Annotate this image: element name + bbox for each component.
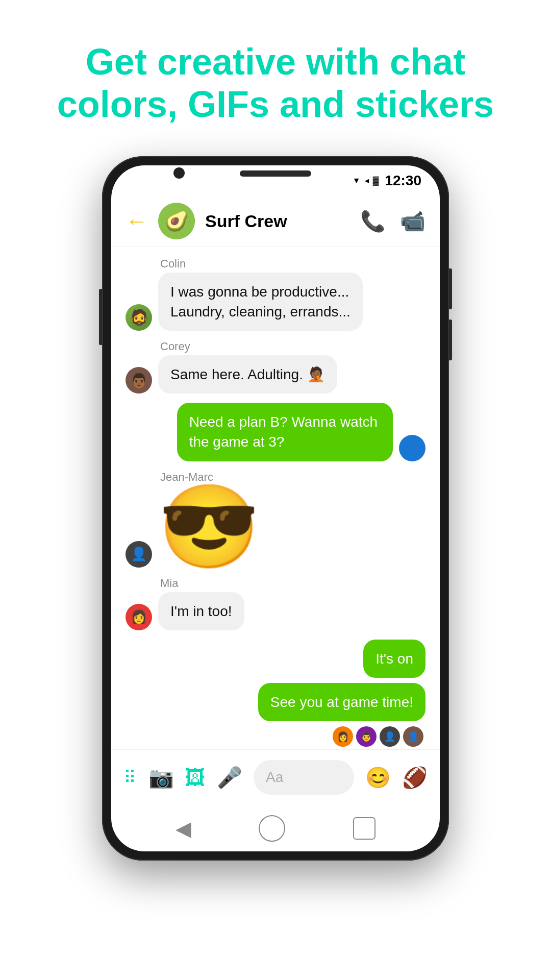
page-title: Get creative with chat colors, GIFs and … (0, 0, 551, 156)
message-row: 🧔 Colin I was gonna be productive...Laun… (126, 257, 425, 331)
sender-name: Mia (160, 577, 244, 590)
message-input[interactable]: Aa (254, 760, 354, 795)
video-call-button[interactable]: 📹 (400, 209, 425, 233)
seen-avatar-4: 👤 (403, 726, 423, 747)
mic-icon[interactable]: 🎤 (217, 766, 242, 790)
camera-icon[interactable]: 📷 (148, 766, 174, 790)
avatar-jeanmarc: 👤 (126, 541, 152, 568)
seen-avatar-2: 👨 (356, 726, 377, 747)
sticker-bubble: 😎 (158, 486, 260, 568)
sender-name: Colin (160, 257, 363, 271)
message-content-jm: Jean-Marc 😎 (158, 471, 260, 568)
message-bubble: Same here. Adulting. 🤦🏾 (158, 355, 337, 394)
group-name[interactable]: Surf Crew (205, 211, 350, 231)
title-line2: colors, GIFs and stickers (57, 84, 494, 125)
battery-icon: ▓ (373, 176, 379, 185)
message-content-colin: Colin I was gonna be productive...Laundr… (158, 257, 363, 331)
apps-icon[interactable]: ⠿ (123, 767, 137, 788)
avatar-self: 👤 (399, 435, 425, 461)
status-icons: ▼ ◂ ▓ (353, 176, 379, 185)
chat-toolbar: ⠿ 📷 🖼 🎤 Aa 😊 🏈 (111, 749, 440, 805)
power-button (99, 289, 102, 345)
see-you-bubble: See you at game time! (258, 683, 425, 721)
phone-mockup: ▼ ◂ ▓ 12:30 ← 🥑 Surf Crew (102, 156, 449, 861)
title-line1: Get creative with chat (86, 41, 465, 82)
message-content-out: Need a plan B? Wanna watch the game at 3… (177, 403, 393, 461)
message-bubble: I was gonna be productive...Laundry, cle… (158, 273, 363, 331)
seen-avatar-1: 👩 (333, 726, 353, 747)
message-row-outgoing-double: It's on See you at game time! 👩 👨 👤 👤 (126, 640, 425, 747)
status-bar: ▼ ◂ ▓ 12:30 (111, 165, 440, 196)
avatar-colin: 🧔 (126, 304, 152, 331)
phone-speaker (240, 170, 311, 177)
group-avatar-inner: 🥑 (158, 203, 195, 239)
message-row-sticker: 👤 Jean-Marc 😎 (126, 471, 425, 568)
emoji-icon[interactable]: 😊 (365, 766, 391, 790)
home-button[interactable] (259, 815, 285, 842)
recents-button[interactable] (353, 817, 375, 840)
group-avatar: 🥑 (158, 203, 195, 239)
wifi-icon: ▼ (353, 176, 361, 185)
navigation-bar: ◀ (111, 805, 440, 851)
status-time: 12:30 (385, 173, 421, 189)
input-placeholder: Aa (266, 769, 283, 786)
call-button[interactable]: 📞 (360, 209, 386, 233)
sender-name: Corey (160, 340, 337, 353)
activity-icon[interactable]: 🏈 (402, 766, 428, 790)
volume-up-button (449, 268, 452, 309)
message-bubble-outgoing: Need a plan B? Wanna watch the game at 3… (177, 403, 393, 461)
messenger-screen: ▼ ◂ ▓ 12:30 ← 🥑 Surf Crew (111, 165, 440, 851)
seen-by-avatars: 👩 👨 👤 👤 (333, 726, 423, 747)
message-bubble: I'm in too! (158, 592, 244, 630)
message-row-mia: 👩 Mia I'm in too! (126, 577, 425, 630)
phone-screen: ▼ ◂ ▓ 12:30 ← 🥑 Surf Crew (111, 165, 440, 851)
volume-down-button (449, 320, 452, 360)
phone-camera (173, 167, 185, 179)
gallery-icon[interactable]: 🖼 (185, 766, 206, 789)
message-content-corey: Corey Same here. Adulting. 🤦🏾 (158, 340, 337, 394)
its-on-bubble: It's on (363, 640, 425, 678)
message-row-outgoing: 👤 Need a plan B? Wanna watch the game at… (126, 403, 425, 461)
header-actions: 📞 📹 (360, 209, 425, 233)
back-button[interactable]: ← (126, 210, 148, 232)
chat-header: ← 🥑 Surf Crew 📞 📹 (111, 196, 440, 247)
avatar-mia: 👩 (126, 604, 152, 630)
back-nav-button[interactable]: ◀ (176, 817, 191, 840)
message-row: 👨🏾 Corey Same here. Adulting. 🤦🏾 (126, 340, 425, 394)
signal-icon: ◂ (365, 176, 369, 185)
phone-body: ▼ ◂ ▓ 12:30 ← 🥑 Surf Crew (102, 156, 449, 861)
chat-area: 🧔 Colin I was gonna be productive...Laun… (111, 247, 440, 749)
avatar-corey: 👨🏾 (126, 367, 152, 394)
seen-avatar-3: 👤 (380, 726, 400, 747)
message-content-mia: Mia I'm in too! (158, 577, 244, 630)
outgoing-message-group: It's on See you at game time! 👩 👨 👤 👤 (258, 640, 425, 747)
